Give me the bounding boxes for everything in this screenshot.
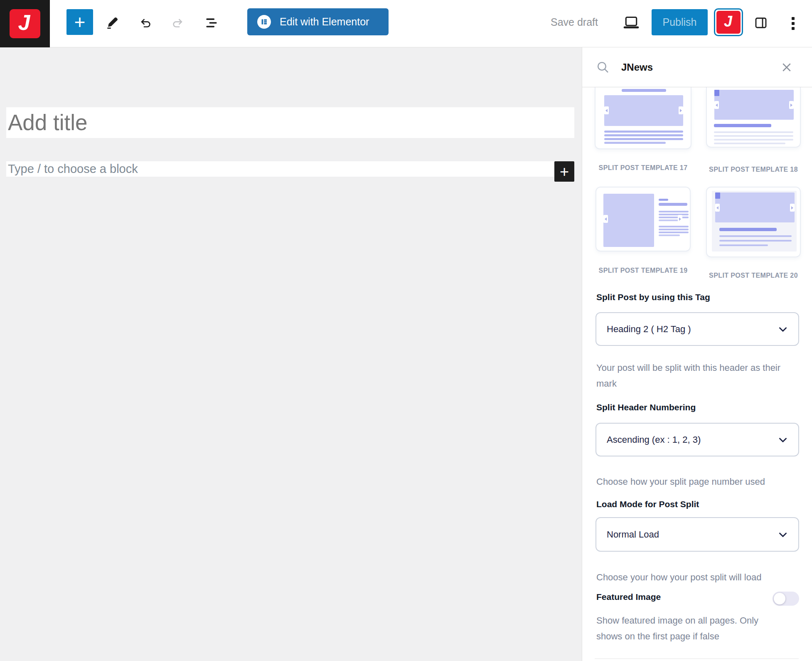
tools-pencil-icon[interactable] xyxy=(105,15,120,32)
options-kebab-menu[interactable] xyxy=(792,17,795,30)
template-option-19[interactable]: SPLIT POST TEMPLATE 19 xyxy=(595,187,691,252)
settings-sidebar-icon[interactable] xyxy=(753,15,768,32)
field-help-split-tag: Your post will be split with this header… xyxy=(596,360,792,392)
elementor-icon xyxy=(257,15,271,29)
template-label: SPLIT POST TEMPLATE 20 xyxy=(706,272,801,279)
logo-letter: J xyxy=(18,10,30,35)
edit-with-elementor-button[interactable]: Edit with Elementor xyxy=(247,8,389,35)
search-icon xyxy=(595,60,610,75)
elementor-button-label: Edit with Elementor xyxy=(280,16,369,28)
toggle-knob xyxy=(774,593,785,604)
search-input[interactable] xyxy=(621,62,758,73)
template-thumbnail xyxy=(595,187,691,252)
empty-block-paragraph[interactable]: Type / to choose a block xyxy=(6,161,574,177)
document-overview-icon[interactable] xyxy=(204,15,219,32)
sidebar-search-bar xyxy=(582,47,812,87)
preview-device-icon[interactable] xyxy=(622,15,641,33)
field-help-header-numbering: Choose how your split page number used xyxy=(596,474,800,490)
wordpress-editor-page: J + xyxy=(0,0,812,661)
template-thumbnail xyxy=(706,187,801,257)
load-mode-select[interactable]: Normal Load xyxy=(595,517,799,552)
template-option-18[interactable]: SPLIT POST TEMPLATE 18 xyxy=(706,87,801,148)
thumb-arrow-left-icon xyxy=(604,106,609,114)
template-thumbnail xyxy=(706,87,801,148)
header-numbering-select[interactable]: Ascending (ex : 1, 2, 3) xyxy=(595,423,799,456)
jnews-logo-button[interactable]: J xyxy=(0,0,50,47)
thumb-arrow-right-icon xyxy=(679,106,683,114)
top-toolbar: J + xyxy=(0,0,812,47)
thumb-arrow-left-icon xyxy=(603,215,608,223)
chevron-down-icon xyxy=(778,529,788,540)
template-label: SPLIT POST TEMPLATE 18 xyxy=(706,166,801,173)
thumb-arrow-left-icon xyxy=(715,204,720,212)
split-tag-select[interactable]: Heading 2 ( H2 Tag ) xyxy=(595,312,799,346)
chevron-down-icon xyxy=(778,324,788,335)
header-numbering-selected-value: Ascending (ex : 1, 2, 3) xyxy=(607,434,701,445)
block-placeholder: Type / to choose a block xyxy=(6,161,574,177)
publish-button[interactable]: Publish xyxy=(652,9,708,35)
thumb-arrow-right-icon xyxy=(790,204,795,212)
load-mode-selected-value: Normal Load xyxy=(607,529,659,540)
redo-icon[interactable] xyxy=(170,15,186,32)
split-tag-selected-value: Heading 2 ( H2 Tag ) xyxy=(607,324,691,335)
featured-image-toggle[interactable] xyxy=(773,592,799,606)
featured-image-help: Show featured image on all pages. Only s… xyxy=(596,613,785,644)
close-icon[interactable] xyxy=(780,61,793,75)
field-label-split-tag: Split Post by using this Tag xyxy=(596,292,710,302)
editor-canvas: Add title Type / to choose a block + xyxy=(0,47,582,661)
thumb-arrow-right-icon xyxy=(789,101,794,109)
jnews-sidebar-toggle-button[interactable]: J xyxy=(714,8,743,36)
field-label-header-numbering: Split Header Numbering xyxy=(596,402,696,412)
undo-icon[interactable] xyxy=(137,15,153,32)
chevron-down-icon xyxy=(778,434,788,445)
field-help-load-mode: Choose your how your post split will loa… xyxy=(596,570,800,585)
template-thumbnail xyxy=(595,87,691,149)
save-draft-button[interactable]: Save draft xyxy=(551,16,598,28)
jnews-button-icon: J xyxy=(716,11,741,34)
template-label: SPLIT POST TEMPLATE 17 xyxy=(595,164,691,172)
jnews-plugin-sidebar: SPLIT POST TEMPLATE 17 SPLIT POST TEMPLA… xyxy=(582,47,812,661)
jnews-button-letter: J xyxy=(724,13,732,30)
jnews-logo-icon: J xyxy=(10,9,40,38)
block-inserter-toggle-button[interactable]: + xyxy=(66,9,93,35)
thumb-arrow-left-icon xyxy=(714,101,719,109)
thumb-arrow-right-icon xyxy=(678,215,682,223)
template-option-20[interactable]: SPLIT POST TEMPLATE 20 xyxy=(706,187,801,257)
section-divider xyxy=(595,659,799,659)
field-label-load-mode: Load Mode for Post Split xyxy=(596,499,699,509)
featured-image-label: Featured Image xyxy=(596,592,661,602)
template-label: SPLIT POST TEMPLATE 19 xyxy=(595,267,691,274)
block-inserter-button[interactable]: + xyxy=(554,161,574,182)
post-title-placeholder: Add title xyxy=(6,107,574,138)
template-option-17[interactable]: SPLIT POST TEMPLATE 17 xyxy=(595,87,691,149)
post-title-input[interactable]: Add title xyxy=(6,107,574,138)
